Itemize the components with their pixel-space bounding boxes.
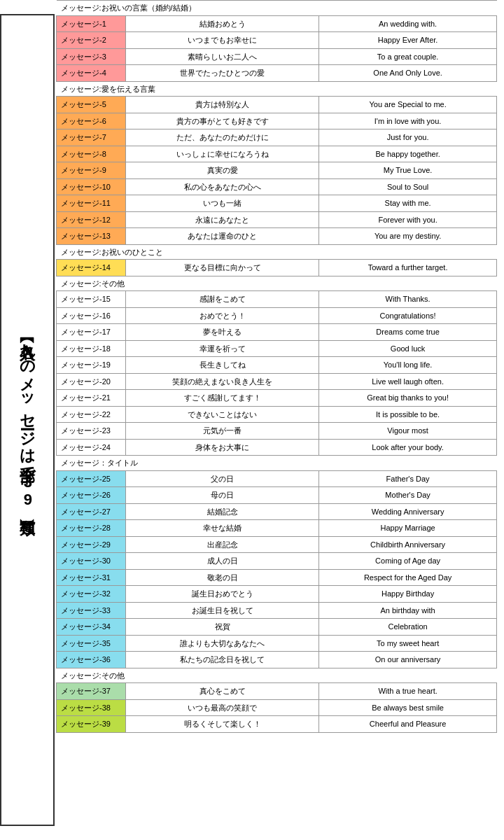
message-id: メッセージ-12 xyxy=(57,211,126,228)
table-row: メッセージ-10私の心をあなたの心へSoul to Soul xyxy=(57,178,497,195)
message-id: メッセージ-10 xyxy=(57,178,126,195)
message-en: Childbirth Anniversary xyxy=(319,536,497,553)
message-jp: 誕生日おめでとう xyxy=(126,586,319,603)
message-jp: 貴方は特別な人 xyxy=(126,97,319,113)
message-id: メッセージ-25 xyxy=(57,470,126,487)
table-row: メッセージ-35誰よりも大切なあなたへTo my sweet heart xyxy=(57,635,497,652)
message-id: メッセージ-27 xyxy=(57,503,126,520)
table-row: メッセージ-21すごく感謝してます！Great big thanks to yo… xyxy=(57,390,497,407)
section-header-row: メッセージ:愛を伝える言葉 xyxy=(57,81,497,97)
section-header-cell: メッセージ:その他 xyxy=(57,276,497,291)
table-row: メッセージ-4世界でたったひとつの愛One And Only Love. xyxy=(57,65,497,82)
message-jp: 貴方の事がとても好きです xyxy=(126,113,319,130)
message-id: メッセージ-35 xyxy=(57,635,126,652)
message-id: メッセージ-38 xyxy=(57,699,126,716)
message-jp: 出産記念 xyxy=(126,536,319,553)
table-row: メッセージ-26母の日Mother's Day xyxy=(57,487,497,504)
message-en: Be always best smile xyxy=(319,699,497,716)
message-id: メッセージ-39 xyxy=(57,716,126,733)
message-id: メッセージ-7 xyxy=(57,130,126,146)
message-en: Look after your body. xyxy=(319,439,497,456)
message-en: An birthday with xyxy=(319,602,497,619)
message-id: メッセージ-24 xyxy=(57,439,126,456)
table-row: メッセージ-20笑顔の絶えまない良き人生をLive well laugh oft… xyxy=(57,373,497,390)
message-en: Dreams come true xyxy=(319,324,497,341)
message-jp: いつも一緒 xyxy=(126,195,319,212)
table-row: メッセージ-30成人の日Coming of Age day xyxy=(57,553,497,570)
section-header-cell: メッセージ:愛を伝える言葉 xyxy=(57,81,497,97)
message-id: メッセージ-26 xyxy=(57,487,126,504)
table-row: メッセージ-36私たちの記念日を祝してOn our anniversary xyxy=(57,652,497,668)
message-jp: 夢を叶える xyxy=(126,324,319,341)
message-en: To a great couple. xyxy=(319,48,497,65)
message-id: メッセージ-6 xyxy=(57,113,126,130)
message-en: Coming of Age day xyxy=(319,553,497,570)
message-jp: 更なる目標に向かって xyxy=(126,260,319,276)
message-en: Soul to Soul xyxy=(319,178,497,195)
sidebar-label: 【名入れのメッセージは全部で39種類】 xyxy=(0,14,55,826)
table-row: メッセージ-34祝賀Celebration xyxy=(57,619,497,636)
message-id: メッセージ-31 xyxy=(57,569,126,586)
table-row: メッセージ-11いつも一緒Stay with me. xyxy=(57,195,497,212)
message-id: メッセージ-29 xyxy=(57,536,126,553)
table-row: メッセージ-16おめでとう！Congratulations! xyxy=(57,307,497,324)
message-id: メッセージ-21 xyxy=(57,390,126,407)
table-row: メッセージ-24身体をお大事にLook after your body. xyxy=(57,439,497,456)
message-id: メッセージ-3 xyxy=(57,48,126,65)
message-jp: 身体をお大事に xyxy=(126,439,319,456)
table-row: メッセージ-39明るくそして楽しく！Cheerful and Pleasure xyxy=(57,716,497,733)
message-id: メッセージ-4 xyxy=(57,65,126,82)
message-en: Toward a further target. xyxy=(319,260,497,276)
message-id: メッセージ-23 xyxy=(57,423,126,440)
message-jp: 笑顔の絶えまない良き人生を xyxy=(126,373,319,390)
table-row: メッセージ-14更なる目標に向かってToward a further targe… xyxy=(57,260,497,276)
message-jp: 成人の日 xyxy=(126,553,319,570)
section-header-row: メッセージ:お祝いの言葉（婚約/結婚） xyxy=(57,1,497,16)
message-jp: 幸せな結婚 xyxy=(126,520,319,537)
table-row: メッセージ-38いつも最高の笑顔でBe always best smile xyxy=(57,699,497,716)
message-en: Father's Day xyxy=(319,470,497,487)
message-en: Forever with you. xyxy=(319,211,497,228)
main-content: メッセージ:お祝いの言葉（婚約/結婚）メッセージ-1結婚おめとうAn weddi… xyxy=(56,0,497,733)
table-row: メッセージ-37真心をこめてWith a true heart. xyxy=(57,683,497,700)
message-id: メッセージ-37 xyxy=(57,683,126,700)
section-header-row: メッセージ:その他 xyxy=(57,276,497,291)
message-jp: 幸運を祈って xyxy=(126,340,319,357)
table-row: メッセージ-15感謝をこめてWith Thanks. xyxy=(57,291,497,308)
message-en: Respect for the Aged Day xyxy=(319,569,497,586)
message-id: メッセージ-28 xyxy=(57,520,126,537)
table-row: メッセージ-19長生きしてねYou'll long life. xyxy=(57,357,497,374)
message-en: With a true heart. xyxy=(319,683,497,700)
message-jp: 私たちの記念日を祝して xyxy=(126,652,319,668)
message-jp: いっしょに幸せになろうね xyxy=(126,146,319,162)
message-id: メッセージ-32 xyxy=(57,586,126,603)
table-row: メッセージ-9真実の愛My True Love. xyxy=(57,162,497,179)
message-en: Be happy together. xyxy=(319,146,497,162)
table-row: メッセージ-3素晴らしいお二人へTo a great couple. xyxy=(57,48,497,65)
message-id: メッセージ-11 xyxy=(57,195,126,212)
table-row: メッセージ-2いつまでもお幸せにHappy Ever After. xyxy=(57,32,497,49)
table-row: メッセージ-18幸運を祈ってGood luck xyxy=(57,340,497,357)
table-row: メッセージ-8いっしょに幸せになろうねBe happy together. xyxy=(57,146,497,162)
message-en: Happy Ever After. xyxy=(319,32,497,49)
table-row: メッセージ-7ただ、あなたのためだけにJust for you. xyxy=(57,130,497,146)
message-jp: できないことはない xyxy=(126,406,319,423)
section-header-row: メッセージ：タイトル xyxy=(57,456,497,471)
message-en: Cheerful and Pleasure xyxy=(319,716,497,733)
message-id: メッセージ-13 xyxy=(57,228,126,245)
message-jp: ただ、あなたのためだけに xyxy=(126,130,319,146)
message-jp: お誕生日を祝して xyxy=(126,602,319,619)
message-jp: 私の心をあなたの心へ xyxy=(126,178,319,195)
message-en: Happy Birthday xyxy=(319,586,497,603)
message-jp: 永遠にあなたと xyxy=(126,211,319,228)
message-id: メッセージ-22 xyxy=(57,406,126,423)
table-row: メッセージ-1結婚おめとうAn wedding with. xyxy=(57,15,497,32)
message-jp: 祝賀 xyxy=(126,619,319,636)
message-jp: 敬老の日 xyxy=(126,569,319,586)
message-jp: いつまでもお幸せに xyxy=(126,32,319,49)
section-header-row: メッセージ:お祝いのひとこと xyxy=(57,244,497,260)
message-id: メッセージ-8 xyxy=(57,146,126,162)
section-header-row: メッセージ:その他 xyxy=(57,668,497,683)
table-row: メッセージ-17夢を叶えるDreams come true xyxy=(57,324,497,341)
message-table: メッセージ:お祝いの言葉（婚約/結婚）メッセージ-1結婚おめとうAn weddi… xyxy=(56,0,497,733)
